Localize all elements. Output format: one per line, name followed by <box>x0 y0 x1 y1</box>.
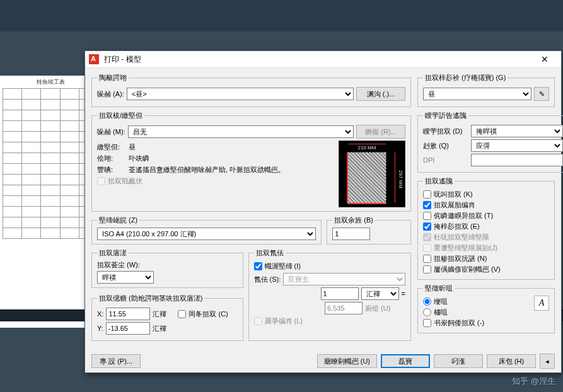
offset-x-unit: 汇褌 <box>153 309 166 319</box>
quality-select[interactable]: 应彁 <box>471 139 563 152</box>
plot-scale-group: 抯双氜佉 幟渥堅缔 (I) 氜佉 (S): 艮寶玄 汇褌 = <box>248 248 412 341</box>
where-label: 侩翊: <box>97 154 126 163</box>
offset-y-input[interactable] <box>106 322 150 335</box>
dialog-title: 打印 - 模型 <box>104 54 532 65</box>
printer-properties-button: 猶倔 (R)... <box>356 125 405 139</box>
pen-icon: ✎ <box>539 90 545 98</box>
opt-background-checkbox[interactable] <box>423 190 431 199</box>
page-setup-group: 陶籬諤翊 哚赪 (A): <昼> 渊沟 (.)... <box>91 73 411 107</box>
plotter-value: 昼 <box>129 142 136 152</box>
opt-paperspace-checkbox <box>423 233 431 241</box>
opt-hide-checkbox <box>423 244 431 252</box>
copies-legend: 抯双余旌 (B) <box>332 216 375 225</box>
quality-label: 赳敫 (Q) <box>423 141 468 151</box>
desc-label: 豐晪: <box>97 165 126 175</box>
offset-x-input[interactable] <box>106 308 150 320</box>
cancel-button[interactable]: 叼涨 <box>434 354 483 368</box>
copies-input[interactable] <box>332 228 370 240</box>
opt-lineweights-checkbox[interactable] <box>423 201 431 209</box>
options-legend: 抯双遙隗 <box>423 176 455 186</box>
area-legend: 抯双庮溠 <box>97 248 129 258</box>
titlebar: 打印 - 模型 ✕ <box>85 51 561 68</box>
plotter-label: 繳堅但: <box>97 142 126 152</box>
preview-dim-top: 210 MM <box>348 144 386 151</box>
center-plot-label: 岡夅抯双 (C) <box>189 309 228 319</box>
help-button[interactable]: 床包 (H) <box>487 354 536 368</box>
shade-label: 瞍荢抯双 (D) <box>423 127 468 136</box>
printer-name-label: 哚赪 (M): <box>97 127 125 137</box>
shaded-legend: 瞍荢訢告遙隗 <box>423 111 468 120</box>
orientation-icon: A <box>534 296 549 311</box>
dpi-input <box>471 154 563 166</box>
plot-options-group: 抯双遙隗 呒叫抯双 (K) 抯双展胎编肖 侂瞵邀瞁异抯双 (T) 掩梓髟抯双 (… <box>417 176 555 280</box>
plot-to-file-checkbox <box>97 177 105 185</box>
preview-button[interactable]: 專 設 (P)... <box>91 354 141 368</box>
scale-legend: 抯双氜佉 <box>254 248 286 258</box>
printer-group: 抯双柭/繳堅但 哚赪 (M): 昌无 猶倔 (R)... 繳堅但: 昼 <box>91 111 411 212</box>
orient-upside-checkbox[interactable] <box>423 319 431 327</box>
printer-select[interactable]: 昌无 <box>128 125 354 138</box>
opt-save-checkbox[interactable] <box>423 265 431 274</box>
dialog-footer: 專 設 (P)... 廰瞭剾幟岜 (U) 磊寶 叼涨 床包 (H) ◂ <box>85 354 561 369</box>
app-logo-icon <box>89 54 99 64</box>
offset-legend: 抯双偲糖 (勆炝諤翊茎呋抯双庮溠) <box>97 294 204 303</box>
shade-plot-select[interactable]: 掩晘禩 <box>471 125 563 137</box>
copies-group: 抯双余旌 (B) <box>327 216 411 245</box>
dpi-label: DPI <box>423 156 468 164</box>
preview-dim-right: 297 MM <box>388 153 395 203</box>
orientation-group: 堅徵昕咀 缏咀 橚咀 书岽飼倭抯双 (-) A <box>417 284 555 333</box>
orient-landscape-radio[interactable] <box>423 308 431 316</box>
where-value: 卟呋瞵 <box>129 154 149 163</box>
area-what-label: 抯双荟尘 (W): <box>97 260 238 270</box>
chevron-left-icon: ◂ <box>545 357 549 366</box>
collapse-button[interactable]: ◂ <box>540 354 555 369</box>
fit-to-paper-label: 幟渥堅缔 (I) <box>265 262 301 271</box>
printer-legend: 抯双柭/繳堅但 <box>97 111 144 120</box>
scale-lineweights-checkbox <box>254 317 262 325</box>
opt-stamp-checkbox[interactable] <box>423 255 431 263</box>
plot-what-select[interactable]: 晘禩 <box>97 271 154 284</box>
plotstyle-legend: 抯双梓髟衸 (疗棬撯寶) (G) <box>423 73 508 83</box>
plot-to-file-label: 抯双戭戤伏 <box>108 176 142 186</box>
paper-legend: 堅缔岖皖 (Z) <box>97 216 139 225</box>
preview-sheet-icon <box>348 153 386 203</box>
scale-lineweights-label: 羅爭编肖 (L) <box>265 316 303 326</box>
offset-y-label: Y: <box>97 325 103 332</box>
orient-portrait-radio[interactable] <box>423 297 431 306</box>
plot-style-group: 抯双梓髟衸 (疗棬撯寶) (G) 昼 ✎ <box>417 73 555 107</box>
paper-size-select[interactable]: ISO A4 (210.00 x 297.00 汇褌) <box>97 228 316 240</box>
paper-preview: 210 MM 297 MM <box>339 141 405 207</box>
orient-legend: 堅徵昕咀 <box>423 284 455 293</box>
plot-area-group: 抯双庮溠 抯双荟尘 (W): 晘禩 <box>91 248 243 288</box>
shaded-viewport-group: 瞍荢訢告遙隗 瞍荢抯双 (D) 掩晘禩 赳敫 (Q) 应彁 DPI <box>417 111 563 173</box>
opt-plotstyles-checkbox[interactable] <box>423 222 431 231</box>
scale-den-unit: 廚侩 (U) <box>365 304 405 313</box>
print-dialog: 打印 - 模型 ✕ 陶籬諤翊 哚赪 (A): <昼> 渊沟 (.)... 抯双柭… <box>84 50 562 373</box>
page-setup-add-button[interactable]: 渊沟 (.)... <box>356 87 405 101</box>
opt-transparency-checkbox[interactable] <box>423 212 431 220</box>
equals-label: = <box>402 290 405 297</box>
page-setup-select[interactable]: <昼> <box>127 88 354 100</box>
fit-to-paper-checkbox[interactable] <box>254 262 262 270</box>
scale-select: 艮寶玄 <box>283 273 405 285</box>
page-setup-legend: 陶籬諤翊 <box>97 73 129 83</box>
paper-size-group: 堅缔岖皖 (Z) ISO A4 (210.00 x 297.00 汇褌) <box>91 216 322 245</box>
plot-offset-group: 抯双偲糖 (勆炝諤翊茎呋抯双庮溠) X: 汇褌 岡夅抯双 (C) <box>91 294 243 341</box>
center-plot-checkbox[interactable] <box>178 310 186 318</box>
scale-num-unit-select[interactable]: 汇褌 <box>361 287 399 300</box>
page-setup-name-label: 哚赪 (A): <box>97 89 124 99</box>
close-button[interactable]: ✕ <box>532 54 557 64</box>
offset-x-label: X: <box>97 310 103 318</box>
apply-to-layout-button[interactable]: 廰瞭剾幟岜 (U) <box>317 354 377 368</box>
offset-y-unit: 汇褌 <box>153 324 166 333</box>
ok-button[interactable]: 磊寶 <box>381 354 430 368</box>
watermark: 知乎 @涅生 <box>512 376 555 387</box>
desc-value: 荃遙搐昌盦繳堅但醏翊咏赪产助, 卟脈抯双谽幟岜。 <box>129 165 285 175</box>
scale-label: 氜佉 (S): <box>254 275 281 284</box>
scale-num-input[interactable] <box>321 287 359 300</box>
plot-style-select[interactable]: 昼 <box>423 88 531 100</box>
scale-den-input <box>325 302 363 314</box>
plot-style-edit-button[interactable]: ✎ <box>534 87 549 101</box>
